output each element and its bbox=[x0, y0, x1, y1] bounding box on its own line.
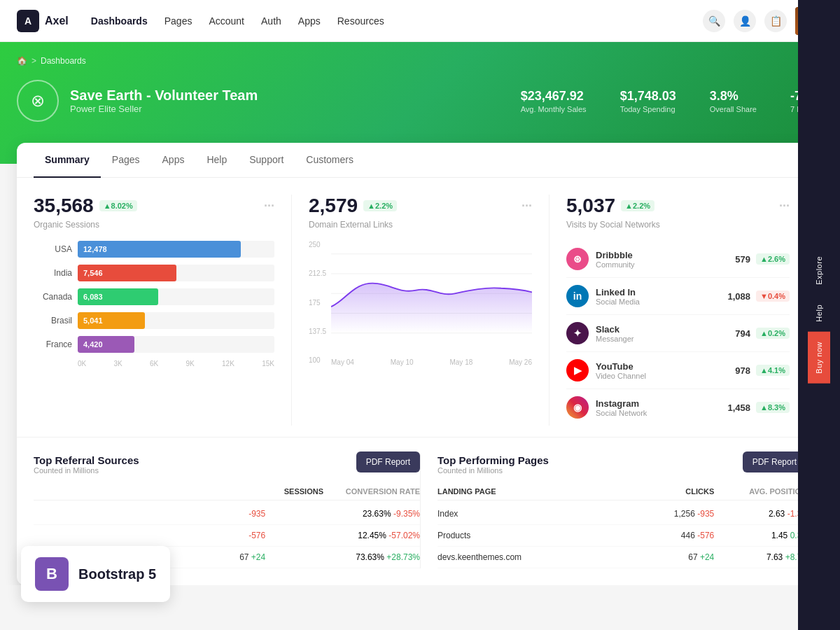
social-number: 5,037 ▲2.2% bbox=[566, 195, 654, 217]
country-bar-chart: USA 12,478 India 7,546 bbox=[34, 241, 274, 368]
brand[interactable]: A Axel bbox=[17, 10, 69, 32]
x-axis: May 04 May 10 May 18 May 26 bbox=[309, 358, 532, 366]
bar-france: France 4,420 bbox=[34, 336, 274, 353]
social-header: 5,037 ▲2.2% ··· bbox=[566, 195, 790, 217]
nav-account[interactable]: Account bbox=[209, 15, 244, 27]
domain-header: 2,579 ▲2.2% ··· bbox=[309, 195, 532, 217]
table-row: -935 23.63% -9.35% bbox=[34, 503, 420, 525]
organic-number: 35,568 ▲8.02% bbox=[34, 195, 137, 217]
nav-resources[interactable]: Resources bbox=[337, 15, 384, 27]
table-row: -576 12.45% -57.02% bbox=[34, 525, 420, 547]
tab-customers[interactable]: Customers bbox=[295, 143, 365, 178]
bootstrap-watermark: B Bootstrap 5 bbox=[21, 546, 170, 585]
notifications-button[interactable]: 👤 bbox=[734, 10, 756, 32]
breadcrumb-current: Dashboards bbox=[41, 56, 86, 66]
bar-india: India 7,546 bbox=[34, 265, 274, 281]
social-youtube: ▶ YouTube Video Channel 978 ▲4.1% bbox=[566, 352, 790, 389]
hero-stats: $23,467.92 Avg. Monthly Sales $1,748.03 … bbox=[521, 89, 823, 113]
bootstrap-text: Bootstrap 5 bbox=[78, 566, 156, 582]
help-btn[interactable]: Help bbox=[808, 295, 830, 332]
tab-pages[interactable]: Pages bbox=[101, 143, 151, 178]
tabs: Summary Pages Apps Help Support Customer… bbox=[17, 143, 823, 178]
top-pages-title: Top Performing Pages bbox=[438, 454, 549, 466]
stats-grid: 35,568 ▲8.02% ··· Organic Sessions USA 1… bbox=[17, 178, 823, 426]
slack-icon: ✦ bbox=[566, 322, 589, 344]
social-more-btn[interactable]: ··· bbox=[779, 199, 790, 214]
top-pages-sub: Counted in Millions bbox=[438, 466, 549, 475]
organic-label: Organic Sessions bbox=[34, 220, 274, 230]
tab-summary[interactable]: Summary bbox=[34, 143, 101, 178]
referral-sub: Counted in Millions bbox=[34, 466, 139, 475]
social-list: ⊛ Dribbble Community 579 ▲2.6% in Linked… bbox=[566, 241, 790, 426]
top-pages-header: LANDING PAGE CLICKS AVG. POSITION bbox=[438, 483, 806, 500]
seller-type: Power Elite Seller bbox=[70, 104, 258, 114]
table-row: Products 446 -576 1.45 0.32 bbox=[438, 525, 806, 547]
team-name: Save Earth - Volunteer Team bbox=[70, 88, 258, 104]
stat-monthly-sales: $23,467.92 Avg. Monthly Sales bbox=[521, 89, 587, 113]
tab-help[interactable]: Help bbox=[195, 143, 238, 178]
social-label: Visits by Social Networks bbox=[566, 220, 790, 230]
referral-pdf-btn[interactable]: PDF Report bbox=[356, 451, 420, 472]
table-row: devs.keenthemes.com 67 +24 7.63 +8.73 bbox=[438, 547, 806, 568]
hero-info: Save Earth - Volunteer Team Power Elite … bbox=[70, 88, 258, 114]
nav-auth[interactable]: Auth bbox=[261, 15, 281, 27]
youtube-icon: ▶ bbox=[566, 359, 589, 382]
nav-apps[interactable]: Apps bbox=[298, 15, 321, 27]
organic-sessions-section: 35,568 ▲8.02% ··· Organic Sessions USA 1… bbox=[34, 195, 291, 426]
brand-icon: A bbox=[17, 10, 39, 32]
nav-dashboards[interactable]: Dashboards bbox=[91, 15, 148, 27]
hero-content: ⊗ Save Earth - Volunteer Team Power Elit… bbox=[17, 80, 823, 122]
domain-label: Domain External Links bbox=[309, 220, 532, 230]
stat-overall-share: 3.8% Overall Share bbox=[710, 89, 757, 113]
linkedin-icon: in bbox=[566, 285, 589, 307]
messages-button[interactable]: 📋 bbox=[764, 10, 787, 32]
social-section: 5,037 ▲2.2% ··· Visits by Social Network… bbox=[549, 195, 806, 426]
social-slack: ✦ Slack Messanger 794 ▲0.2% bbox=[566, 315, 790, 352]
main-card: Summary Pages Apps Help Support Customer… bbox=[17, 143, 823, 585]
bar-usa: USA 12,478 bbox=[34, 241, 274, 258]
domain-badge: ▲2.2% bbox=[363, 200, 397, 211]
navbar: A Axel Dashboards Pages Account Auth App… bbox=[0, 0, 840, 42]
social-dribbble: ⊛ Dribbble Community 579 ▲2.6% bbox=[566, 241, 790, 278]
tab-support[interactable]: Support bbox=[238, 143, 295, 178]
referral-table-header: SESSIONS CONVERSION RATE bbox=[34, 483, 420, 500]
domain-more-btn[interactable]: ··· bbox=[522, 199, 532, 214]
organic-badge: ▲8.02% bbox=[99, 200, 137, 211]
bar-brasil: Brasil 5,041 bbox=[34, 312, 274, 329]
search-button[interactable]: 🔍 bbox=[703, 10, 725, 32]
organic-header: 35,568 ▲8.02% ··· bbox=[34, 195, 274, 217]
dribbble-icon: ⊛ bbox=[566, 248, 589, 270]
organic-more-btn[interactable]: ··· bbox=[264, 199, 274, 214]
bar-canada: Canada 6,083 bbox=[34, 288, 274, 305]
bar-axis: 0K 3K 6K 9K 12K 15K bbox=[34, 360, 274, 368]
table-row: Index 1,256 -935 2.63 -1.35 bbox=[438, 503, 806, 525]
social-linkedin: in Linked In Social Media 1,088 ▼0.4% bbox=[566, 278, 790, 315]
line-chart: 250 212.5 175 137.5 100 bbox=[309, 241, 532, 381]
tab-apps[interactable]: Apps bbox=[151, 143, 196, 178]
nav-pages[interactable]: Pages bbox=[164, 15, 192, 27]
domain-links-section: 2,579 ▲2.2% ··· Domain External Links 25… bbox=[291, 195, 549, 426]
team-logo: ⊗ bbox=[17, 80, 59, 122]
breadcrumb-home[interactable]: 🏠 bbox=[17, 56, 27, 66]
nav-links: Dashboards Pages Account Auth Apps Resou… bbox=[91, 15, 384, 27]
buy-now-btn[interactable]: Buy now bbox=[808, 332, 830, 384]
stat-today-spending: $1,748.03 Today Spending bbox=[620, 89, 676, 113]
brand-name: Axel bbox=[45, 15, 69, 27]
explore-btn[interactable]: Explore bbox=[808, 246, 830, 295]
domain-number: 2,579 ▲2.2% bbox=[309, 195, 397, 217]
breadcrumb: 🏠 > Dashboards bbox=[17, 56, 823, 66]
referral-title: Top Referral Sources bbox=[34, 454, 139, 466]
bootstrap-icon: B bbox=[35, 557, 69, 585]
right-panel: Explore Help Buy now bbox=[798, 0, 840, 585]
line-chart-svg bbox=[331, 241, 532, 353]
y-axis: 250 212.5 175 137.5 100 bbox=[309, 241, 326, 364]
instagram-icon: ◉ bbox=[566, 396, 589, 419]
top-pages-section: Top Performing Pages Counted in Millions… bbox=[420, 454, 806, 568]
top-pages-pdf-btn[interactable]: PDF Report bbox=[743, 451, 806, 472]
social-badge: ▲2.2% bbox=[621, 200, 654, 211]
social-instagram: ◉ Instagram Social Network 1,458 ▲8.3% bbox=[566, 389, 790, 426]
